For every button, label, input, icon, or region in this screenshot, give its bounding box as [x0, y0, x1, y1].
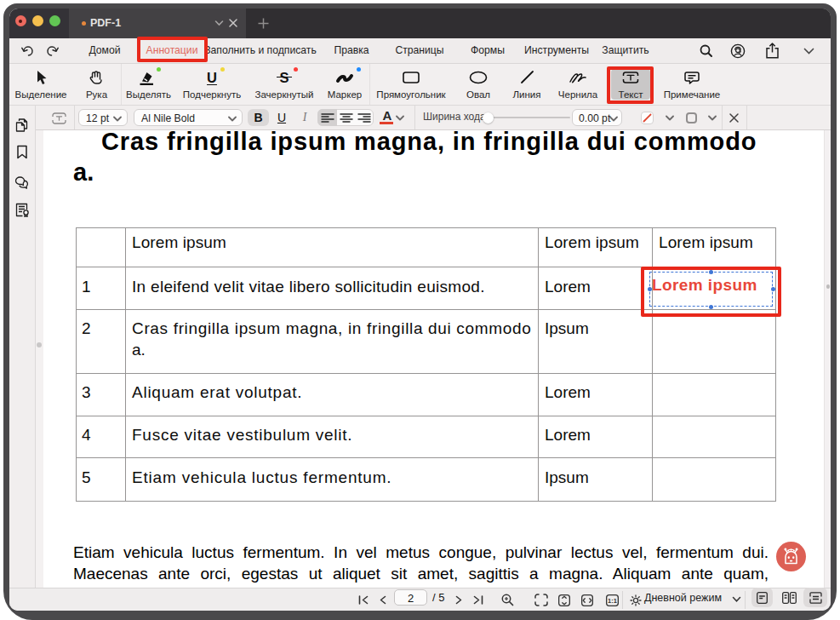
svg-text:1:1: 1:1	[608, 597, 617, 605]
